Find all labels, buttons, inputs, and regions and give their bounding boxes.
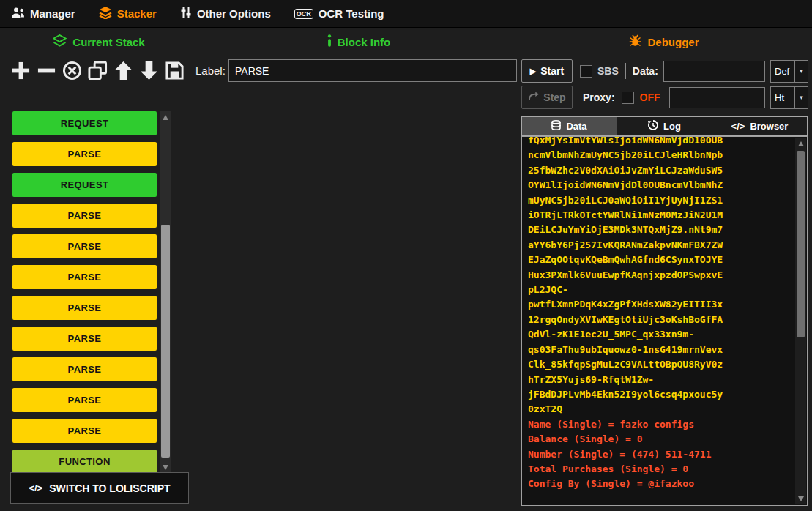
debug-data-input[interactable] <box>663 61 765 82</box>
output-token-line: jFBdDJPLvMb4Ekn52I9yol6csq4pxouc5y <box>528 387 792 402</box>
nav-other-options[interactable]: Other Options <box>180 7 271 20</box>
proxy-checkbox[interactable] <box>622 92 634 104</box>
output-token-line: qs03FaThu9ubIquowz0-1nsG419mrnVevx <box>528 343 792 357</box>
app-window: Manager Stacker Other Optio <box>0 0 812 511</box>
nav-ocr-testing-label: OCR Testing <box>319 7 384 20</box>
output-token-line: aYY6bY6Pj257IvKQRANmZakpvNKmFBX7ZW <box>528 238 792 253</box>
stack-scrollbar[interactable] <box>160 111 171 473</box>
stack-block-parse[interactable]: PARSE <box>12 388 157 412</box>
nav-stacker[interactable]: Stacker <box>99 7 157 21</box>
nav-other-options-label: Other Options <box>197 7 271 20</box>
data-label: Data: <box>633 65 658 77</box>
proxy-type-value: Ht <box>771 92 794 103</box>
debugger-output-panel: fQxMjYsImVtYWlsIjoidWN6NmVjdD10OUBncmVlb… <box>521 136 808 506</box>
output-token-line: Clk_85kfqpSgMuLzC9VALttOBpQU8RyV0z <box>528 357 792 372</box>
manager-icon <box>12 7 25 20</box>
stack-block-parse[interactable]: PARSE <box>12 234 157 258</box>
output-variable-line: Total Purchases (Single) = 0 <box>528 462 792 477</box>
output-variable-line: Number (Single) = (474) 511-4711 <box>528 447 792 462</box>
tab-data[interactable]: Data <box>521 116 617 136</box>
scroll-down-icon[interactable] <box>160 462 171 472</box>
current-stack-header: Current Stack <box>7 32 190 51</box>
stack-block-parse[interactable]: PARSE <box>12 357 157 381</box>
move-block-down-button[interactable] <box>137 57 161 83</box>
output-token-line: pL2JQC- <box>528 283 792 297</box>
data-type-dropdown[interactable]: Def ▼ <box>770 60 808 83</box>
debugger-tabs: Data Log </> Browser <box>521 116 808 136</box>
clone-block-button[interactable] <box>86 57 110 83</box>
top-navigation: Manager Stacker Other Optio <box>0 0 812 28</box>
stack-block-parse[interactable]: PARSE <box>12 296 157 320</box>
add-block-button[interactable] <box>9 57 33 83</box>
stack-list: REQUESTPARSEREQUESTPARSEPARSEPARSEPARSEP… <box>12 111 157 480</box>
stack-block-parse[interactable]: PARSE <box>12 142 157 166</box>
proxy-input[interactable] <box>669 87 765 108</box>
play-icon: ▶ <box>530 67 536 75</box>
debugger-output-text: fQxMjYsImVtYWlsIjoidWN6NmVjdD10OUBncmVlb… <box>528 136 792 502</box>
step-button[interactable]: Step <box>521 86 573 109</box>
scroll-down-icon[interactable] <box>795 493 806 504</box>
output-token-line: 0zxT2Q <box>528 402 792 417</box>
nav-manager-label: Manager <box>30 7 75 20</box>
controls-divider <box>625 63 626 79</box>
block-label-input[interactable] <box>228 59 517 82</box>
start-button[interactable]: ▶ Start <box>521 59 573 83</box>
output-token-line: QdVl-zK1E1ec2U_5MPC_qx33xn9m- <box>528 327 792 342</box>
sbs-checkbox[interactable] <box>580 65 592 78</box>
nav-manager[interactable]: Manager <box>12 7 75 20</box>
output-token-line: 25fbWZhc2V0dXAiOiJvZmYiLCJzaWduSW5 <box>528 163 792 178</box>
output-token-line: pwtfLXmnPDqK4xZgPfXHdsXW82yEITII3x <box>528 297 792 312</box>
output-token-line: fQxMjYsImVtYWlsIjoidWN6NmVjdD10OUB <box>528 136 792 148</box>
debugger-header: Debugger <box>521 32 807 51</box>
proxy-status: OFF <box>640 92 660 103</box>
data-type-value: Def <box>771 66 794 77</box>
debugger-controls-row-2: Step Proxy: OFF Ht ▼ <box>521 86 808 109</box>
remove-block-button[interactable] <box>34 57 59 83</box>
output-scrollbar[interactable] <box>795 138 806 504</box>
disable-block-button[interactable] <box>60 57 84 83</box>
sbs-label: SBS <box>597 65 619 77</box>
tab-log-label: Log <box>663 121 681 132</box>
tab-browser[interactable]: </> Browser <box>712 116 808 136</box>
stack-block-function[interactable]: FUNCTION <box>12 450 157 474</box>
switch-to-loliscript-button[interactable]: </> SWITCH TO LOLISCRIPT <box>10 472 189 504</box>
tab-log[interactable]: Log <box>617 116 712 136</box>
database-icon <box>551 120 561 133</box>
move-block-up-button[interactable] <box>111 57 135 83</box>
bug-icon <box>629 34 641 49</box>
output-scrollbar-thumb[interactable] <box>797 151 805 337</box>
code-icon: </> <box>731 121 745 132</box>
debugger-controls-row-1: ▶ Start SBS Data: Def ▼ <box>521 59 808 83</box>
stack-scrollbar-thumb[interactable] <box>161 225 170 458</box>
block-info-title: Block Info <box>338 36 391 48</box>
stack-block-parse[interactable]: PARSE <box>12 419 157 443</box>
current-stack-title: Current Stack <box>72 36 144 48</box>
stack-toolbar <box>9 57 187 83</box>
output-token-line: mUyNC5jb20iLCJ0aWQiOiI1YjUyNjI1ZS1 <box>528 193 792 208</box>
stack-block-parse[interactable]: PARSE <box>12 204 157 228</box>
stack-layers-icon <box>53 34 67 49</box>
output-variable-line: Balance (Single) = 0 <box>528 432 792 447</box>
save-stack-button[interactable] <box>163 57 187 83</box>
stack-block-request[interactable]: REQUEST <box>12 173 157 197</box>
stack-block-parse[interactable]: PARSE <box>12 327 157 351</box>
output-token-line: hTrZX5Yujs69-RfqtW1Zw- <box>528 373 792 387</box>
output-token-line: ncmVlbmNhZmUyNC5jb20iLCJleHRlbnNpb <box>528 148 792 163</box>
proxy-type-dropdown[interactable]: Ht ▼ <box>770 86 808 109</box>
info-icon <box>327 34 332 49</box>
nav-ocr-testing[interactable]: OCR OCR Testing <box>294 7 384 20</box>
output-token-line: 12rgqOndyXVIwKEgtOtiUjc3oKshBoGfFA <box>528 313 792 327</box>
code-icon: </> <box>29 482 42 493</box>
output-variable-line: Config By (Single) = @ifazkoo <box>528 477 792 491</box>
stack-block-request[interactable]: REQUEST <box>12 111 157 135</box>
scroll-up-icon[interactable] <box>160 112 171 122</box>
debugger-title: Debugger <box>647 36 699 48</box>
start-button-label: Start <box>540 65 564 77</box>
dropdown-arrow-icon: ▼ <box>794 87 808 108</box>
switch-button-label: SWITCH TO LOLISCRIPT <box>49 482 170 494</box>
stack-block-parse[interactable]: PARSE <box>12 265 157 289</box>
step-button-label: Step <box>543 92 565 103</box>
output-token-line: EJaZqOOtqvKQeBmQwhAGfnd6CSynxTOJYE <box>528 253 792 267</box>
scroll-up-icon[interactable] <box>795 138 806 149</box>
output-token-line: Hux3PXmlk6VuuEwpfKAqnjxpzdOPSwpxvE <box>528 268 792 283</box>
